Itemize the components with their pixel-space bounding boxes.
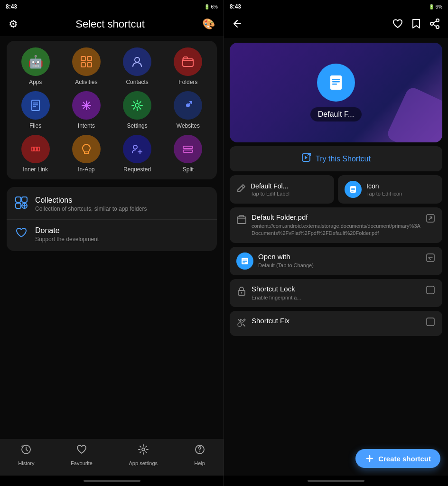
shortcut-inner-link[interactable]: Inner Link xyxy=(11,135,59,173)
donate-item[interactable]: Donate Support the development xyxy=(7,219,217,249)
donate-icon xyxy=(14,226,28,243)
app-settings-icon xyxy=(138,444,149,458)
collections-subtitle: Collection of shortcuts, similar to app … xyxy=(35,206,147,212)
shortcut-apps[interactable]: 🤖 Apps xyxy=(11,47,59,85)
svg-rect-50 xyxy=(243,260,247,261)
file-path-sub: content://com.android.externalstorage.do… xyxy=(252,223,420,237)
home-bar-right xyxy=(224,476,448,486)
shortcut-fix-title: Shortcut Fix xyxy=(252,317,420,325)
svg-rect-47 xyxy=(237,217,246,224)
left-panel: 8:43 🔋 6% ⚙ Select shortcut 🎨 🤖 Apps xyxy=(0,0,224,486)
collections-title: Collections xyxy=(35,196,147,205)
svg-line-34 xyxy=(433,21,436,23)
svg-rect-45 xyxy=(351,189,355,190)
try-shortcut-label: Try this Shortcut xyxy=(316,155,371,163)
shortcut-requested[interactable]: Requested xyxy=(113,135,161,173)
nav-history[interactable]: History xyxy=(18,444,34,466)
settings-icon-circle xyxy=(123,91,151,120)
try-shortcut-button[interactable]: Try this Shortcut xyxy=(230,146,442,171)
websites-icon-circle xyxy=(174,91,202,120)
create-shortcut-icon xyxy=(365,454,374,463)
home-indicator-left xyxy=(84,480,140,482)
left-header: ⚙ Select shortcut 🎨 xyxy=(0,13,224,36)
folders-label: Folders xyxy=(178,79,197,85)
shortcut-folders[interactable]: Folders xyxy=(164,47,212,85)
palette-icon[interactable]: 🎨 xyxy=(202,18,215,30)
file-blue-icon xyxy=(345,181,362,198)
shortcut-files[interactable]: Files xyxy=(11,91,59,129)
pencil-icon xyxy=(236,184,246,196)
home-indicator-right xyxy=(308,480,364,482)
nav-favourite[interactable]: Favourite xyxy=(71,444,93,466)
svg-rect-0 xyxy=(81,56,85,61)
status-icons-left: 🔋 6% xyxy=(204,4,218,9)
shortcut-activities[interactable]: Activities xyxy=(62,47,110,85)
shortcut-lock-card[interactable]: Shortcut Lock Enable fingerprint a... xyxy=(230,279,442,307)
contacts-icon-circle xyxy=(123,47,151,76)
status-time-right: 8:43 xyxy=(230,3,241,10)
nav-app-settings[interactable]: App settings xyxy=(129,444,158,466)
file-path-card[interactable]: Default Folder.pdf content://com.android… xyxy=(230,207,442,243)
shortcut-fix-card[interactable]: Shortcut Fix xyxy=(230,311,442,336)
help-icon xyxy=(194,444,205,458)
svg-line-35 xyxy=(433,24,436,26)
inner-link-icon-circle xyxy=(21,135,50,163)
apps-label: Apps xyxy=(29,79,42,85)
box-icon xyxy=(236,214,247,227)
shortcut-fix-arrow xyxy=(425,317,436,329)
right-header-action-icons xyxy=(392,18,440,32)
svg-point-31 xyxy=(436,19,439,22)
create-shortcut-label: Create shortcut xyxy=(378,455,431,463)
collections-item[interactable]: Collections Collection of shortcuts, sim… xyxy=(7,189,217,219)
share-icon[interactable] xyxy=(429,18,440,32)
svg-rect-5 xyxy=(183,59,193,66)
svg-point-32 xyxy=(430,22,433,25)
svg-rect-20 xyxy=(183,150,193,152)
icon-card[interactable]: Icon Tap to Edit icon xyxy=(338,175,442,204)
settings-label: Settings xyxy=(127,122,147,129)
label-card-subtitle: Tap to Edit Label xyxy=(251,191,289,196)
files-icon-circle xyxy=(21,91,50,120)
bookmark-icon[interactable] xyxy=(411,18,421,32)
open-with-card[interactable]: Open with Default (Tap to Change) xyxy=(230,247,442,275)
shortcut-fix-content: Shortcut Fix xyxy=(252,317,420,326)
create-shortcut-button[interactable]: Create shortcut xyxy=(355,449,440,468)
requested-icon-circle xyxy=(123,135,151,163)
svg-rect-39 xyxy=(332,84,337,85)
file-path-title: Default Folder.pdf xyxy=(252,213,420,221)
svg-rect-46 xyxy=(351,191,354,192)
heart-icon[interactable] xyxy=(392,18,403,32)
svg-point-28 xyxy=(142,448,145,451)
shortcut-split[interactable]: Split xyxy=(164,135,212,173)
settings-icon[interactable]: ⚙ xyxy=(9,18,18,30)
label-card-text: Default Fol... Tap to Edit Label xyxy=(251,182,289,196)
shortcut-intents[interactable]: Intents xyxy=(62,91,110,129)
svg-point-57 xyxy=(238,323,242,327)
donate-subtitle: Support the development xyxy=(35,236,99,243)
svg-rect-19 xyxy=(183,146,193,149)
inner-link-label: Inner Link xyxy=(23,166,48,173)
status-bar-left: 8:43 🔋 6% xyxy=(0,0,224,13)
nav-help[interactable]: Help xyxy=(194,444,205,466)
donate-title: Donate xyxy=(35,226,99,235)
svg-rect-23 xyxy=(16,203,21,208)
open-with-title: Open with xyxy=(258,252,420,261)
app-settings-label: App settings xyxy=(129,460,158,466)
status-icons-right: 🔋 6% xyxy=(429,4,442,9)
shortcut-contacts[interactable]: Contacts xyxy=(113,47,161,85)
shortcut-settings[interactable]: Settings xyxy=(113,91,161,129)
shortcut-websites[interactable]: Websites xyxy=(164,91,212,129)
icon-card-subtitle: Tap to Edit icon xyxy=(366,191,402,196)
shortcut-in-app[interactable]: In-App xyxy=(62,135,110,173)
status-time-left: 8:43 xyxy=(6,3,17,10)
status-bar-right: 8:43 🔋 6% xyxy=(224,0,448,13)
back-icon[interactable] xyxy=(232,18,243,32)
favourite-label: Favourite xyxy=(71,460,93,466)
in-app-icon-circle xyxy=(72,135,101,163)
label-card[interactable]: Default Fol... Tap to Edit Label xyxy=(230,175,334,204)
activities-label: Activities xyxy=(75,79,97,85)
icon-card-text: Icon Tap to Edit icon xyxy=(366,182,402,196)
preview-circle-icon xyxy=(317,64,355,102)
help-label: Help xyxy=(194,460,205,466)
svg-rect-3 xyxy=(87,63,92,67)
